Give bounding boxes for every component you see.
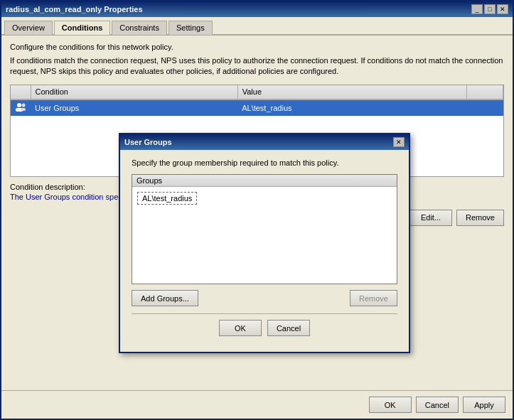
groups-list-content: AL\test_radius xyxy=(132,187,397,210)
groups-list-header: Groups xyxy=(132,175,397,187)
groups-list[interactable]: Groups AL\test_radius xyxy=(132,174,397,284)
user-groups-dialog: User Groups ✕ Specify the group membersh… xyxy=(119,133,410,353)
add-groups-button[interactable]: Add Groups... xyxy=(132,290,198,306)
dialog-title-text: User Groups xyxy=(124,138,172,146)
dialog-remove-button[interactable]: Remove xyxy=(350,290,397,306)
group-item[interactable]: AL\test_radius xyxy=(137,192,197,205)
dialog-title-bar: User Groups ✕ xyxy=(120,134,409,150)
dialog-mid-buttons: Add Groups... Remove xyxy=(132,290,397,306)
dialog-close-button[interactable]: ✕ xyxy=(393,137,405,147)
main-window: radius_al_com_read_only Properties _ □ ✕… xyxy=(0,0,514,420)
dialog-cancel-button[interactable]: Cancel xyxy=(267,320,310,336)
dialog-footer-buttons: OK Cancel xyxy=(132,320,397,343)
dialog-overlay: User Groups ✕ Specify the group membersh… xyxy=(1,1,513,419)
dialog-ok-button[interactable]: OK xyxy=(219,320,262,336)
dialog-separator xyxy=(132,313,397,314)
dialog-content: Specify the group membership required to… xyxy=(120,150,409,352)
dialog-description: Specify the group membership required to… xyxy=(132,158,397,167)
